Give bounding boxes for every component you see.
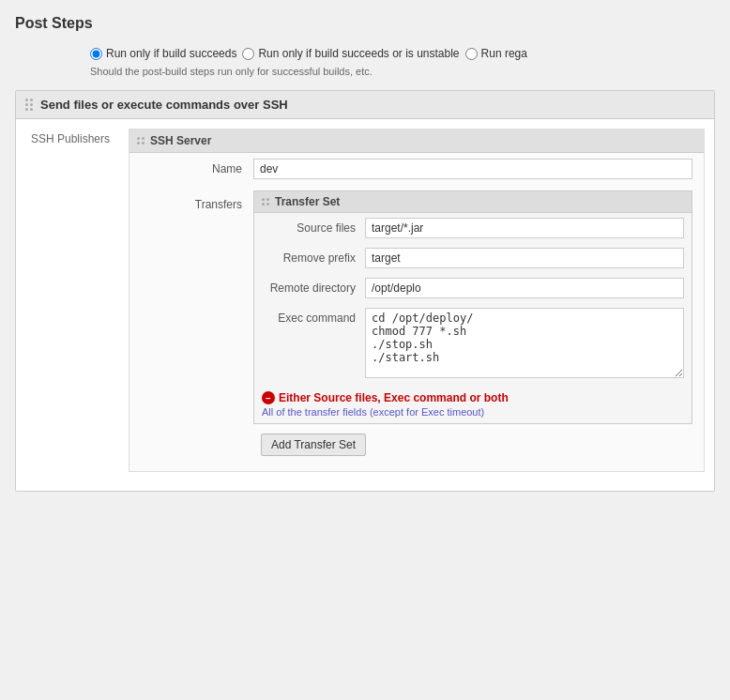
- error-sub-text: All of the transfer fields (except for E…: [262, 406, 684, 418]
- transfers-label: Transfers: [141, 190, 253, 211]
- page-container: Post Steps Run only if build succeeds Ru…: [0, 0, 730, 700]
- error-main-text: Either Source files, Exec command or bot…: [279, 391, 509, 404]
- remove-prefix-input[interactable]: [365, 248, 684, 268]
- ssh-publishers-label: SSH Publishers: [16, 119, 119, 491]
- radio-input-1[interactable]: [90, 48, 102, 60]
- name-field-row: Name: [129, 153, 704, 185]
- transfer-set-panel: Transfer Set Source files Remove pr: [253, 190, 692, 424]
- source-files-label: Source files: [262, 218, 365, 235]
- ssh-server-section: SSH Server Name Transfers: [129, 129, 705, 472]
- radio-input-3[interactable]: [465, 48, 478, 60]
- panel-header: Send files or execute commands over SSH: [16, 91, 714, 119]
- ssh-server-header: SSH Server: [129, 129, 704, 153]
- exec-command-label: Exec command: [262, 308, 365, 325]
- remove-prefix-value: [365, 248, 684, 268]
- source-files-input[interactable]: [365, 218, 684, 238]
- remote-directory-value: [365, 278, 684, 298]
- radio-option-2[interactable]: Run only if build succeeds or is unstabl…: [242, 47, 459, 60]
- remote-directory-label: Remote directory: [262, 278, 365, 295]
- radio-option-1[interactable]: Run only if build succeeds: [90, 47, 236, 60]
- panel-title: Send files or execute commands over SSH: [40, 98, 288, 112]
- section-title: Post Steps: [15, 15, 715, 32]
- drag-handle-icon: [25, 99, 33, 111]
- radio-options-row: Run only if build succeeds Run only if b…: [15, 47, 715, 60]
- ssh-server-title: SSH Server: [150, 134, 211, 147]
- error-box: − Either Source files, Exec command or b…: [262, 391, 684, 418]
- main-panel: Send files or execute commands over SSH …: [15, 90, 715, 492]
- transfer-set-title: Transfer Set: [275, 195, 340, 208]
- transfer-set-header: Transfer Set: [254, 191, 692, 213]
- main-content: SSH Server Name Transfers: [119, 119, 714, 491]
- name-label: Name: [141, 159, 253, 175]
- radio-hint: Should the post-build steps run only for…: [15, 66, 715, 77]
- remove-prefix-label: Remove prefix: [262, 248, 365, 265]
- error-icon: −: [262, 391, 275, 404]
- remote-directory-row: Remote directory: [254, 273, 692, 303]
- radio-option-3[interactable]: Run rega: [465, 47, 527, 60]
- radio-input-2[interactable]: [242, 48, 254, 60]
- exec-command-value: cd /opt/deploy/ chmod 777 *.sh ./stop.sh…: [365, 308, 684, 381]
- panel-body: SSH Publishers SSH Server Name: [16, 119, 714, 491]
- radio-label-2: Run only if build succeeds or is unstabl…: [258, 47, 459, 60]
- ssh-server-drag-icon: [137, 137, 144, 145]
- error-main-line: − Either Source files, Exec command or b…: [262, 391, 684, 404]
- transfers-content: Transfer Set Source files Remove pr: [253, 190, 692, 465]
- transfers-row: Transfers Transfer Set S: [129, 185, 704, 471]
- radio-label-1: Run only if build succeeds: [106, 47, 236, 60]
- exec-command-input[interactable]: cd /opt/deploy/ chmod 777 *.sh ./stop.sh…: [365, 308, 684, 378]
- remote-directory-input[interactable]: [365, 278, 684, 298]
- transfer-set-drag-icon: [262, 198, 269, 205]
- exec-command-row: Exec command cd /opt/deploy/ chmod 777 *…: [254, 303, 692, 386]
- source-files-value: [365, 218, 684, 238]
- name-value: [253, 159, 692, 179]
- source-files-row: Source files: [254, 213, 692, 243]
- add-transfer-button[interactable]: Add Transfer Set: [261, 434, 366, 456]
- name-input[interactable]: [253, 159, 692, 179]
- remove-prefix-row: Remove prefix: [254, 243, 692, 273]
- radio-label-3: Run rega: [481, 47, 527, 60]
